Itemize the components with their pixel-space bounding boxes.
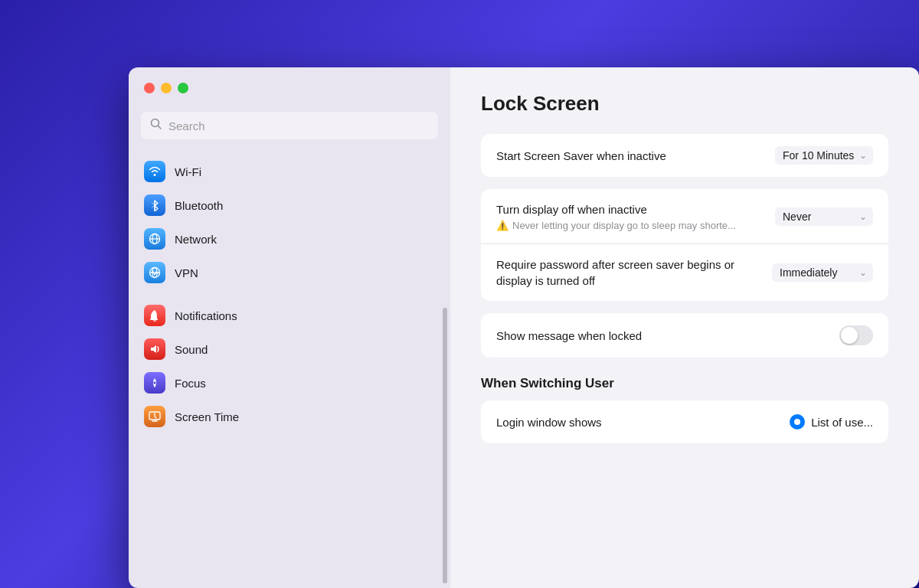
maximize-button[interactable] (178, 83, 188, 93)
turn-display-off-content: Turn display off when inactive ⚠️ Never … (496, 201, 775, 231)
close-button[interactable] (144, 83, 155, 93)
screensaver-settings-group: Start Screen Saver when inactive For 10 … (481, 134, 888, 177)
login-window-title: Login window shows (496, 414, 790, 430)
sidebar-item-sound[interactable]: Sound (135, 332, 444, 366)
search-placeholder: Search (168, 119, 205, 132)
start-screensaver-content: Start Screen Saver when inactive (496, 148, 775, 164)
system-preferences-window: Search Wi-Fi (129, 67, 919, 588)
page-title: Lock Screen (481, 92, 888, 116)
sound-icon (144, 338, 165, 360)
turn-display-off-select-wrapper[interactable]: Never For 10 Minutes For 20 Minutes (775, 207, 873, 226)
warning-icon: ⚠️ (496, 220, 509, 231)
search-icon (150, 118, 162, 133)
wifi-icon (144, 161, 165, 182)
traffic-lights (129, 67, 450, 106)
when-switching-section-header: When Switching User (481, 376, 888, 391)
sidebar-item-bluetooth[interactable]: Bluetooth (135, 188, 444, 222)
require-password-title: Require password after screen saver begi… (496, 256, 772, 289)
show-message-content: Show message when locked (496, 328, 839, 344)
sidebar-label-focus: Focus (175, 377, 206, 390)
sidebar-nav: Wi-Fi Bluetooth (129, 155, 450, 588)
sidebar-section-network: Wi-Fi Bluetooth (135, 155, 444, 289)
start-screensaver-title: Start Screen Saver when inactive (496, 148, 775, 164)
svg-point-8 (154, 382, 156, 384)
start-screensaver-row: Start Screen Saver when inactive For 10 … (481, 134, 888, 177)
search-bar[interactable]: Search (141, 112, 438, 139)
sidebar-item-wifi[interactable]: Wi-Fi (135, 155, 444, 188)
sidebar-label-notifications: Notifications (175, 309, 237, 322)
sidebar-section-system: Notifications Sound (135, 299, 444, 433)
vpn-icon (144, 262, 165, 283)
radio-selected-icon (790, 414, 805, 430)
require-password-select-wrapper[interactable]: Immediately After 5 seconds After 1 minu… (772, 263, 873, 282)
switching-settings-group: Login window shows List of use... (481, 400, 888, 443)
sidebar-item-network[interactable]: Network (135, 222, 444, 256)
show-message-row: Show message when locked (481, 313, 888, 358)
sidebar-label-network: Network (175, 233, 217, 246)
sidebar-label-sound: Sound (175, 343, 208, 356)
minimize-button[interactable] (161, 83, 172, 93)
sidebar-label-wifi: Wi-Fi (175, 165, 201, 178)
sidebar-label-vpn: VPN (175, 266, 198, 279)
show-message-toggle[interactable] (839, 325, 873, 345)
sidebar-item-screentime[interactable]: Screen Time (135, 400, 444, 433)
sidebar-label-bluetooth: Bluetooth (175, 199, 223, 212)
screentime-icon (144, 406, 165, 427)
login-window-row: Login window shows List of use... (481, 400, 888, 443)
login-window-radio-label: List of use... (811, 416, 873, 429)
display-settings-group: Turn display off when inactive ⚠️ Never … (481, 189, 888, 301)
network-icon (144, 228, 165, 250)
turn-display-off-select[interactable]: Never For 10 Minutes For 20 Minutes (775, 207, 873, 226)
notifications-icon (144, 305, 165, 326)
show-message-title: Show message when locked (496, 328, 839, 344)
require-password-content: Require password after screen saver begi… (496, 256, 772, 289)
sidebar-label-screentime: Screen Time (175, 410, 239, 423)
scrollbar-thumb[interactable] (443, 308, 447, 583)
login-window-content: Login window shows (496, 414, 790, 430)
start-screensaver-select[interactable]: For 10 Minutes For 5 Minutes For 20 Minu… (775, 146, 873, 165)
turn-display-off-row: Turn display off when inactive ⚠️ Never … (481, 189, 888, 244)
focus-icon (144, 372, 165, 394)
login-window-radio[interactable]: List of use... (790, 414, 873, 430)
svg-line-1 (159, 126, 162, 129)
start-screensaver-select-wrapper[interactable]: For 10 Minutes For 5 Minutes For 20 Minu… (775, 146, 873, 165)
sidebar-item-focus[interactable]: Focus (135, 366, 444, 400)
require-password-select[interactable]: Immediately After 5 seconds After 1 minu… (772, 263, 873, 282)
main-content: Lock Screen Start Screen Saver when inac… (450, 67, 919, 588)
turn-display-off-subtitle: ⚠️ Never letting your display go to slee… (496, 220, 775, 231)
sidebar-item-notifications[interactable]: Notifications (135, 299, 444, 332)
message-settings-group: Show message when locked (481, 313, 888, 358)
sidebar-item-vpn[interactable]: VPN (135, 256, 444, 289)
require-password-row: Require password after screen saver begi… (481, 244, 888, 301)
turn-display-off-subtitle-text: Never letting your display go to sleep m… (512, 220, 736, 231)
sidebar: Search Wi-Fi (129, 67, 450, 588)
sidebar-separator-1 (135, 292, 444, 299)
bluetooth-icon (144, 194, 165, 216)
turn-display-off-title: Turn display off when inactive (496, 201, 775, 217)
